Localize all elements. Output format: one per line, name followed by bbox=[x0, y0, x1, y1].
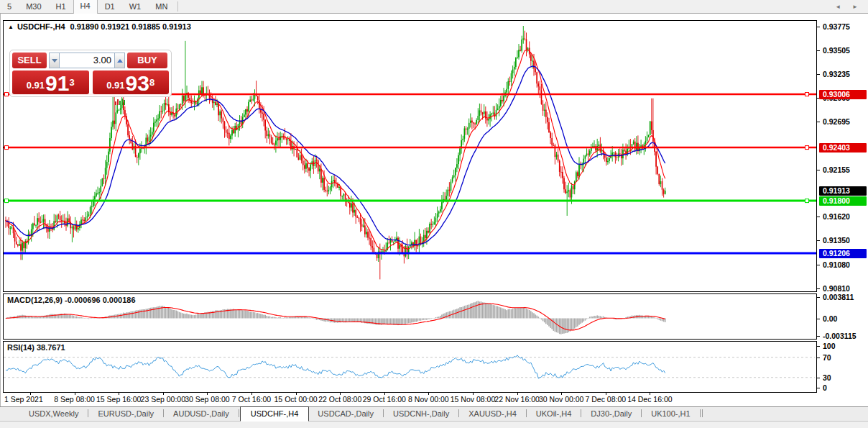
date-label: 22 Nov 16:00 bbox=[494, 395, 539, 404]
axis-tick-mark bbox=[817, 74, 820, 75]
tick-chart-icon[interactable] bbox=[115, 98, 125, 105]
axis-tick-label: 0.91350 bbox=[823, 236, 850, 245]
one-click-trading-panel: SELL 3.00 BUY 0.91913 0.91938 bbox=[9, 50, 172, 97]
chart-tab-audusddaily[interactable]: AUDUSD-,Daily bbox=[165, 407, 238, 421]
axis-tick-mark bbox=[817, 27, 820, 27]
collapse-triangle-icon[interactable]: ▲ bbox=[8, 24, 14, 30]
price-badge-resistance-line: 0.92403 bbox=[819, 143, 867, 152]
axis-tick-label: 0 bbox=[823, 383, 827, 392]
date-label: 30 Sep 08:00 bbox=[185, 395, 229, 404]
price-badge-support-line: 0.91800 bbox=[819, 196, 867, 206]
date-label: 8 Sep 08:00 bbox=[54, 395, 95, 404]
price-axis: 0.937750.935050.932350.929650.926950.921… bbox=[817, 20, 868, 393]
buy-price-display[interactable]: 0.91938 bbox=[93, 70, 170, 94]
price-badge-resistance-line: 0.93006 bbox=[819, 90, 867, 99]
axis-tick-mark bbox=[817, 170, 820, 170]
axis-tick-mark bbox=[817, 288, 820, 289]
axis-tick-label: -0.003115 bbox=[823, 332, 857, 340]
rsi-indicator-panel[interactable]: RSI(14) 38.7671 bbox=[3, 341, 817, 393]
axis-tick-label: 30 bbox=[823, 373, 831, 382]
tab-separator bbox=[526, 409, 527, 417]
chart-tab-dj30daily[interactable]: DJ30-,Daily bbox=[582, 407, 640, 421]
tab-scroll-right-icon[interactable]: ► bbox=[852, 4, 858, 10]
axis-tick-label: 0.92155 bbox=[823, 165, 850, 174]
axis-tick-label: 0.90810 bbox=[823, 284, 850, 293]
rsi-chart-canvas[interactable] bbox=[4, 342, 815, 391]
main-chart-panel[interactable]: ▲ USDCHF-,H4 0.91890 0.91921 0.91885 0.9… bbox=[3, 20, 817, 292]
rsi-line bbox=[6, 355, 665, 378]
timeframe-button-w1[interactable]: W1 bbox=[122, 0, 149, 14]
axis-tick-mark bbox=[817, 319, 820, 319]
sell-price-sup: 3 bbox=[69, 70, 74, 95]
chevron-up-icon bbox=[117, 59, 123, 63]
tab-separator bbox=[581, 409, 581, 417]
price-badge-current-price: 0.91913 bbox=[819, 186, 867, 196]
timeframe-button-mn[interactable]: MN bbox=[148, 0, 175, 14]
tab-separator bbox=[700, 409, 701, 417]
tab-separator bbox=[702, 409, 703, 417]
chart-tab-xauusdh4[interactable]: XAUUSD-,H4 bbox=[460, 407, 525, 421]
buy-price-big: 93 bbox=[126, 74, 149, 93]
timeframe-toolbar: 5M30H1H4D1W1MN bbox=[0, 0, 868, 14]
chart-tab-uk100h1[interactable]: UK100-,H1 bbox=[642, 407, 698, 421]
chart-tab-usdcaddaily[interactable]: USDCAD-,Daily bbox=[309, 407, 382, 421]
volume-input[interactable]: 3.00 bbox=[60, 53, 114, 68]
timeframe-button-d1[interactable]: D1 bbox=[98, 0, 122, 14]
axis-tick-label: 0.93775 bbox=[823, 22, 850, 31]
axis-tick-mark bbox=[817, 346, 820, 347]
date-label: 14 Dec 16:00 bbox=[627, 395, 672, 404]
toolbar-separator bbox=[177, 1, 178, 12]
sell-price-big: 91 bbox=[45, 74, 69, 93]
chart-tab-usdxweekly[interactable]: USDX,Weekly bbox=[20, 407, 87, 421]
date-label: 7 Oct 16:00 bbox=[232, 395, 271, 404]
date-label: 23 Sep 00:00 bbox=[141, 395, 185, 404]
chevron-down-icon bbox=[52, 59, 57, 63]
date-label: 15 Oct 00:00 bbox=[274, 395, 318, 404]
axis-tick-mark bbox=[817, 336, 820, 337]
tab-separator bbox=[88, 409, 88, 417]
date-label: 29 Oct 16:00 bbox=[363, 395, 406, 404]
date-label: 7 Dec 08:00 bbox=[585, 395, 626, 404]
date-label: 22 Oct 08:00 bbox=[318, 395, 361, 404]
axis-tick-label: 100 bbox=[823, 342, 836, 350]
axis-tick-label: 70 bbox=[823, 353, 831, 362]
date-axis: 1 Sep 20218 Sep 08:0015 Sep 16:0023 Sep … bbox=[3, 393, 817, 406]
volume-increase-button[interactable] bbox=[114, 53, 125, 68]
timeframe-button-m30[interactable]: M30 bbox=[19, 0, 48, 14]
tab-separator bbox=[458, 409, 459, 417]
tab-scroll-buttons: ◄ ► bbox=[835, 4, 858, 10]
axis-tick-label: 0.91080 bbox=[823, 260, 850, 269]
chart-tab-ukoilh4[interactable]: UKOil-,H4 bbox=[527, 407, 581, 421]
ohlc-values: 0.91890 0.91921 0.91885 0.91913 bbox=[70, 22, 191, 31]
axis-tick-label: 0.93235 bbox=[823, 70, 850, 78]
volume-stepper: 3.00 bbox=[49, 53, 125, 68]
date-label: 30 Nov 00:00 bbox=[539, 395, 583, 404]
date-label: 1 Sep 2021 bbox=[4, 395, 43, 404]
tab-separator bbox=[163, 409, 164, 417]
timeframe-button-h4[interactable]: H4 bbox=[73, 0, 98, 14]
tab-separator bbox=[383, 409, 384, 417]
tab-scroll-left-icon[interactable]: ◄ bbox=[835, 4, 841, 10]
chart-tab-usdcnhdaily[interactable]: USDCNH-,Daily bbox=[384, 407, 458, 421]
axis-tick-label: 0.91620 bbox=[823, 212, 850, 221]
macd-indicator-panel[interactable]: MACD(12,26,9) -0.000696 0.000186 bbox=[3, 293, 817, 340]
volume-decrease-button[interactable] bbox=[49, 53, 60, 68]
buy-button[interactable]: BUY bbox=[127, 53, 167, 68]
axis-tick-mark bbox=[817, 358, 820, 358]
sell-price-display[interactable]: 0.91913 bbox=[12, 70, 89, 94]
axis-tick-label: 0.00 bbox=[823, 314, 837, 323]
macd-signal-line bbox=[6, 304, 665, 330]
axis-tick-mark bbox=[817, 50, 820, 51]
sell-price-prefix: 0.91 bbox=[27, 78, 45, 93]
chart-tab-eurusddaily[interactable]: EURUSD-,Daily bbox=[89, 407, 162, 421]
sell-button[interactable]: SELL bbox=[12, 53, 47, 68]
timeframe-button-5[interactable]: 5 bbox=[0, 0, 19, 14]
symbol-title: USDCHF-,H4 bbox=[17, 22, 65, 31]
symbol-info-bar: ▲ USDCHF-,H4 0.91890 0.91921 0.91885 0.9… bbox=[8, 22, 191, 31]
tab-separator bbox=[641, 409, 642, 417]
date-label: 8 Nov 00:00 bbox=[408, 395, 449, 404]
chart-tab-bar: USDX,WeeklyEURUSD-,DailyAUDUSD-,DailyUSD… bbox=[0, 406, 868, 421]
date-label: 15 Nov 08:00 bbox=[451, 395, 495, 404]
chart-tab-usdchfh4[interactable]: USDCHF-,H4 bbox=[240, 406, 310, 422]
timeframe-button-h1[interactable]: H1 bbox=[49, 0, 73, 14]
